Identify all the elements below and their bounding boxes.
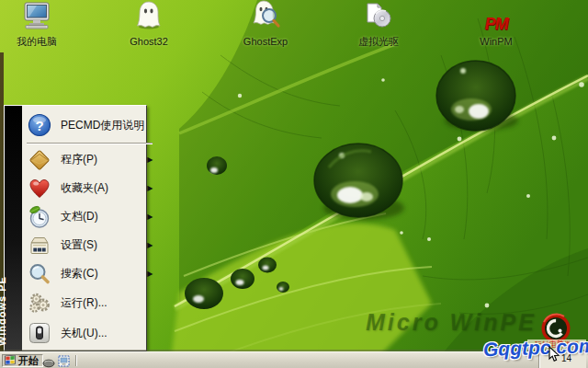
submenu-arrow-icon: ▶ <box>144 155 153 164</box>
quicklaunch-desktop-icon[interactable] <box>58 354 70 368</box>
desktop-icon-label: GhostExp <box>232 36 299 47</box>
ghost-magnifier-icon <box>250 0 281 34</box>
start-menu-banner: Windows PE <box>5 106 22 351</box>
desktop-icon-label: 虚拟光驱 <box>345 36 412 47</box>
submenu-arrow-icon: ▶ <box>144 184 153 192</box>
start-button[interactable]: 开始 <box>2 354 43 367</box>
quicklaunch-pecmd-icon[interactable] <box>42 355 55 368</box>
shutdown-power-icon <box>26 320 53 346</box>
my-computer-icon <box>22 1 51 34</box>
submenu-arrow-icon: ▶ <box>144 213 153 221</box>
run-gears-icon <box>26 291 53 316</box>
desktop-icon-label: WinPM <box>463 36 529 47</box>
favorites-heart-icon <box>26 176 53 201</box>
menu-item-run[interactable]: 运行(R)... <box>24 288 155 318</box>
desktop-icon-winpm[interactable]: PM WinPM <box>463 3 529 47</box>
search-icon <box>26 261 53 287</box>
ghost-icon <box>133 0 164 34</box>
desktop-icon-ghostexp[interactable]: GhostExp <box>232 3 299 47</box>
submenu-arrow-icon: ▶ <box>144 270 153 278</box>
menu-item-programs[interactable]: 程序(P) ▶ <box>24 145 155 174</box>
windows-flag-icon <box>5 352 16 368</box>
desktop-icon-my-computer[interactable]: 我的电脑 <box>4 3 70 47</box>
start-button-label: 开始 <box>18 356 39 366</box>
cursor-badge: 14 <box>561 353 571 363</box>
windows-pe-desktop: Micro WinPE 我的电脑 <box>0 0 588 368</box>
desktop-icon-label: 我的电脑 <box>4 36 70 47</box>
menu-item-pecmd-help[interactable]: ? PECMD使用说明 <box>24 109 155 142</box>
mouse-cursor-icon <box>547 346 561 366</box>
svg-text:?: ? <box>35 118 43 133</box>
submenu-arrow-icon: ▶ <box>144 241 153 249</box>
desktop-icon-virtual-cd[interactable]: 虚拟光驱 <box>345 3 412 47</box>
desktop-icon-label: Ghost32 <box>116 36 182 47</box>
menu-item-search[interactable]: 搜索(C) ▶ <box>24 259 155 288</box>
help-icon: ? <box>26 112 53 138</box>
menu-item-settings[interactable]: 设置(S) ▶ <box>24 231 155 259</box>
documents-clock-icon <box>26 204 53 230</box>
desktop-icon-ghost32[interactable]: Ghost32 <box>116 3 182 47</box>
menu-item-documents[interactable]: 文档(D) ▶ <box>24 202 155 231</box>
start-menu: Windows PE ? PECMD使用说明 <box>4 105 147 351</box>
wallpaper-watermark: Micro WinPE <box>366 309 537 336</box>
menu-item-favorites[interactable]: 收藏夹(A) ▶ <box>24 174 155 202</box>
menu-separator <box>27 143 153 144</box>
taskbar-separator <box>75 355 77 366</box>
settings-panel-icon <box>26 233 53 259</box>
menu-item-shutdown[interactable]: 关机(U)... <box>24 318 155 348</box>
winpm-logo-icon: PM <box>485 15 508 34</box>
programs-icon <box>26 147 53 173</box>
virtual-cd-icon <box>364 1 393 34</box>
site-watermark: Gqgtpc.com <box>483 335 588 361</box>
